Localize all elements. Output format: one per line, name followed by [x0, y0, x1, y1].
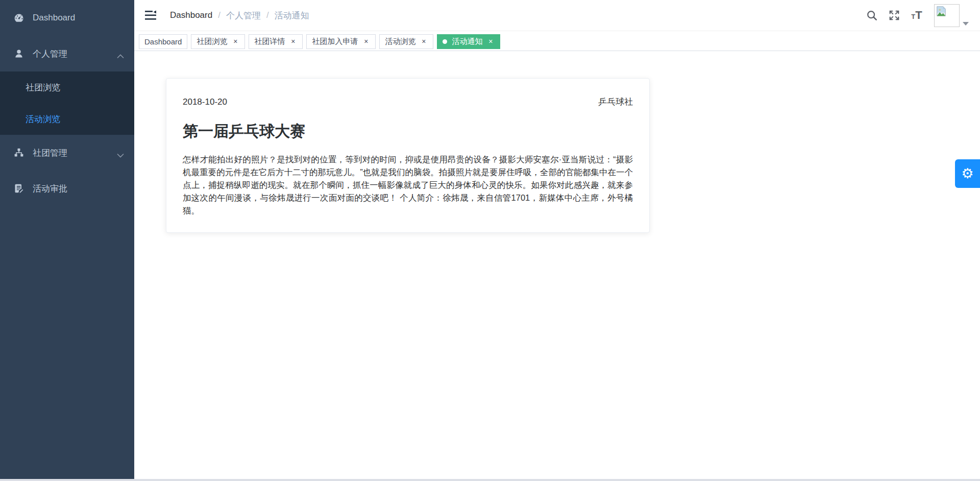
app-root: Dashboard 个人管理 社团浏览 活动浏览 — [0, 0, 980, 481]
caret-down-icon[interactable] — [963, 22, 969, 26]
close-icon[interactable]: × — [289, 38, 297, 46]
top-navbar: Dashboard / 个人管理 / 活动通知 — [134, 0, 980, 31]
main-content: 2018-10-20 乒乓球社 第一届乒乓球大赛 怎样才能拍出好的照片？是找到对… — [134, 51, 980, 479]
tag-activity-browse[interactable]: 活动浏览 × — [379, 34, 433, 49]
person-icon — [13, 48, 24, 59]
notice-title: 第一届乒乓球大赛 — [183, 121, 633, 142]
sidebar-submenu-personal: 社团浏览 活动浏览 — [0, 71, 134, 135]
bottom-scrollbar-track — [0, 479, 980, 481]
navbar-right-tools: TT — [861, 0, 980, 31]
tag-label: Dashboard — [144, 37, 182, 46]
sidebar-item-label: 社团浏览 — [26, 82, 60, 93]
sidebar-item-club-mgmt[interactable]: 社团管理 — [0, 135, 134, 171]
sidebar-toggle-button[interactable] — [134, 10, 164, 21]
gear-icon: ⚙ — [961, 167, 973, 181]
sidebar-item-club-browse[interactable]: 社团浏览 — [0, 71, 134, 103]
sidebar-item-activity-approval[interactable]: 活动审批 — [0, 171, 134, 206]
breadcrumb-item-dashboard[interactable]: Dashboard — [170, 10, 212, 20]
notice-club-name: 乒乓球社 — [598, 96, 633, 108]
close-icon[interactable]: × — [231, 38, 239, 46]
tag-club-detail[interactable]: 社团详情 × — [249, 34, 303, 49]
tag-club-browse[interactable]: 社团浏览 × — [191, 34, 245, 49]
search-icon — [866, 10, 877, 21]
close-icon[interactable]: × — [486, 38, 495, 46]
tag-dashboard[interactable]: Dashboard — [139, 34, 187, 49]
sidebar-item-label: 个人管理 — [33, 48, 67, 60]
breadcrumb-separator: / — [218, 10, 220, 20]
tag-label: 社团加入申请 — [312, 37, 358, 46]
notice-card-header: 2018-10-20 乒乓球社 — [183, 96, 633, 108]
tag-label: 活动浏览 — [385, 37, 415, 46]
text-size-button[interactable]: TT — [905, 0, 928, 31]
close-icon[interactable]: × — [420, 38, 428, 46]
broken-image-icon — [936, 6, 947, 17]
breadcrumb-item-activity-notice: 活动通知 — [275, 10, 309, 21]
activity-notice-card: 2018-10-20 乒乓球社 第一届乒乓球大赛 怎样才能拍出好的照片？是找到对… — [166, 78, 650, 233]
text-size-icon: TT — [911, 10, 922, 21]
sidebar-item-dashboard[interactable]: Dashboard — [0, 0, 134, 36]
search-button[interactable] — [861, 0, 883, 31]
sidebar-item-label: 活动浏览 — [26, 113, 60, 125]
notice-body: 怎样才能拍出好的照片？是找到对的位置，等到对的时间，抑或是使用昂贵的设备？摄影大… — [183, 153, 633, 217]
sidebar-item-label: 社团管理 — [33, 147, 67, 159]
fullscreen-button[interactable] — [883, 0, 905, 31]
tag-activity-notice[interactable]: 活动通知 × — [437, 34, 500, 49]
sidebar-item-personal-mgmt[interactable]: 个人管理 — [0, 36, 134, 71]
tag-label: 活动通知 — [452, 37, 482, 46]
avatar[interactable] — [934, 4, 960, 27]
tag-label: 社团浏览 — [197, 37, 227, 46]
dashboard-gauge-icon — [13, 12, 24, 23]
sidebar: Dashboard 个人管理 社团浏览 活动浏览 — [0, 0, 134, 479]
document-edit-icon — [13, 183, 24, 194]
close-icon[interactable]: × — [362, 38, 370, 46]
sidebar-item-label: 活动审批 — [33, 183, 67, 195]
breadcrumb-separator: / — [266, 10, 269, 20]
tags-view-bar: Dashboard 社团浏览 × 社团详情 × 社团加入申请 × 活动浏览 × … — [134, 31, 980, 51]
breadcrumb: Dashboard / 个人管理 / 活动通知 — [170, 10, 309, 21]
fullscreen-icon — [889, 10, 900, 21]
chevron-down-icon — [117, 150, 124, 160]
chevron-up-icon — [117, 51, 124, 61]
active-dot — [443, 39, 447, 44]
notice-date: 2018-10-20 — [183, 97, 227, 107]
sidebar-item-activity-browse[interactable]: 活动浏览 — [0, 103, 134, 135]
hamburger-icon — [144, 10, 157, 21]
sidebar-item-label: Dashboard — [33, 13, 75, 23]
tag-club-join-request[interactable]: 社团加入申请 × — [306, 34, 376, 49]
breadcrumb-item-personal-mgmt: 个人管理 — [226, 10, 261, 21]
sitemap-icon — [13, 147, 24, 158]
tag-label: 社团详情 — [254, 37, 285, 46]
theme-settings-button[interactable]: ⚙ — [955, 159, 980, 188]
